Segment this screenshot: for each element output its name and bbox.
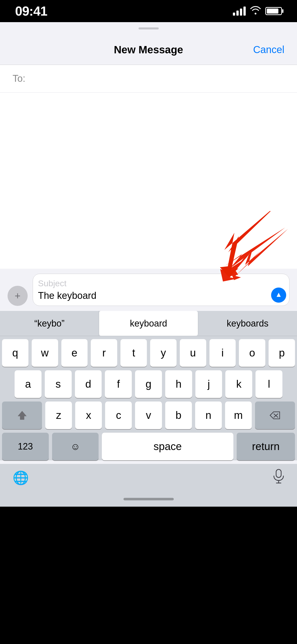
home-indicator	[123, 498, 174, 500]
autocorrect-item-1[interactable]: keyboard	[99, 311, 198, 336]
svg-rect-6	[276, 469, 281, 477]
key-k[interactable]: k	[225, 370, 252, 398]
key-q[interactable]: q	[2, 339, 28, 367]
autocorrect-bar: “keybo” keyboard keyboards	[0, 311, 297, 336]
input-area: + Subject The keyboard ▲	[0, 269, 297, 311]
sheet-handle-area	[0, 22, 297, 35]
key-n[interactable]: n	[195, 401, 222, 429]
key-o[interactable]: o	[239, 339, 265, 367]
sheet-handle	[139, 27, 159, 29]
key-y[interactable]: y	[150, 339, 177, 367]
plus-icon: +	[15, 290, 20, 302]
key-b[interactable]: b	[165, 401, 192, 429]
key-row-4: 123 ☺ space return	[2, 433, 295, 460]
status-icons	[233, 6, 282, 17]
microphone-icon[interactable]	[273, 469, 284, 487]
emoji-icon: ☺	[70, 441, 80, 452]
nav-header: New Message Cancel	[0, 35, 297, 65]
key-p[interactable]: p	[269, 339, 295, 367]
add-attachment-button[interactable]: +	[8, 286, 28, 306]
key-t[interactable]: t	[120, 339, 147, 367]
key-v[interactable]: v	[135, 401, 162, 429]
globe-icon[interactable]: 🌐	[13, 470, 29, 486]
backspace-key[interactable]	[255, 401, 295, 429]
message-text-input[interactable]: The keyboard	[38, 289, 272, 304]
status-time: 09:41	[15, 4, 47, 19]
return-key[interactable]: return	[237, 433, 295, 460]
message-body[interactable]	[0, 93, 297, 269]
key-row-3: z x c v b n m	[2, 401, 295, 429]
send-button[interactable]: ▲	[271, 288, 286, 303]
message-input-wrapper: Subject The keyboard ▲	[33, 274, 289, 306]
emoji-key[interactable]: ☺	[52, 433, 99, 460]
key-i[interactable]: i	[209, 339, 236, 367]
keyboard-bottom-bar: 🌐	[0, 464, 297, 492]
key-e[interactable]: e	[61, 339, 88, 367]
key-w[interactable]: w	[32, 339, 58, 367]
cancel-button[interactable]: Cancel	[253, 44, 284, 55]
to-field: To:	[0, 65, 297, 93]
to-input[interactable]	[28, 73, 284, 84]
key-row-2: a s d f g h j k l	[2, 370, 295, 398]
key-m[interactable]: m	[225, 401, 252, 429]
autocorrect-item-0[interactable]: “keybo”	[0, 311, 99, 336]
key-g[interactable]: g	[135, 370, 162, 398]
key-x[interactable]: x	[75, 401, 102, 429]
space-key[interactable]: space	[102, 433, 233, 460]
key-l[interactable]: l	[256, 370, 282, 398]
status-bar: 09:41	[0, 0, 297, 22]
key-r[interactable]: r	[91, 339, 117, 367]
key-h[interactable]: h	[165, 370, 192, 398]
battery-icon	[265, 7, 282, 15]
home-indicator-bar	[0, 492, 297, 507]
app-container: New Message Cancel To: + S	[0, 22, 297, 507]
nav-title: New Message	[114, 44, 183, 56]
key-z[interactable]: z	[45, 401, 72, 429]
key-a[interactable]: a	[15, 370, 41, 398]
autocorrect-item-2[interactable]: keyboards	[198, 311, 297, 336]
keyboard: q w e r t y u i o p a s d f g h j k l	[0, 336, 297, 460]
key-s[interactable]: s	[45, 370, 72, 398]
subject-placeholder: Subject	[38, 276, 272, 289]
key-f[interactable]: f	[105, 370, 132, 398]
key-d[interactable]: d	[75, 370, 102, 398]
shift-key[interactable]	[2, 401, 42, 429]
signal-bars-icon	[233, 7, 246, 16]
key-j[interactable]: j	[195, 370, 222, 398]
numbers-key[interactable]: 123	[2, 433, 49, 460]
send-arrow-icon: ▲	[275, 291, 282, 299]
key-row-1: q w e r t y u i o p	[2, 339, 295, 367]
key-c[interactable]: c	[105, 401, 132, 429]
wifi-icon	[250, 6, 261, 17]
key-u[interactable]: u	[180, 339, 206, 367]
to-label: To:	[13, 73, 25, 84]
